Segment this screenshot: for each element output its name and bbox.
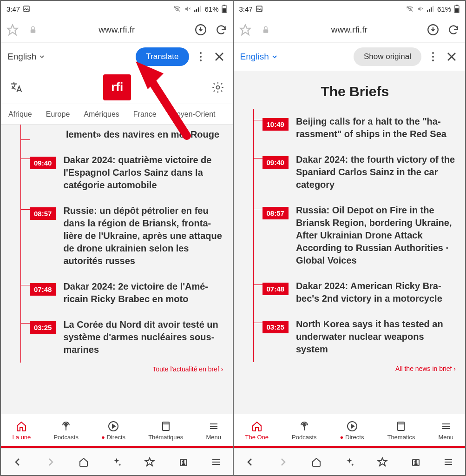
rfi-logo[interactable]: rfi <box>103 74 131 100</box>
browser-bottom-bar: 1 <box>234 448 466 475</box>
settings-gear-icon[interactable] <box>211 81 224 94</box>
nav-directs[interactable]: ● Directs <box>101 420 125 441</box>
news-item[interactable]: 10:49 Beijing calls for a halt to the "h… <box>253 109 463 147</box>
phone-right: 3:47 61% www.rfi.fr English Show origina… <box>234 1 466 475</box>
wifi-off-icon <box>406 6 414 12</box>
svg-rect-41 <box>433 6 433 12</box>
language-select[interactable]: English <box>7 52 45 62</box>
news-item[interactable]: 08:57 Russia: Oil Depot on Fire in the B… <box>253 198 463 273</box>
nav-podcasts[interactable]: Podcasts <box>53 420 78 441</box>
menu-icon <box>208 421 219 432</box>
tab-afrique[interactable]: Afrique <box>8 110 32 119</box>
more-link[interactable]: All the news in brief › <box>248 362 463 372</box>
news-item[interactable]: 03:25 La Corée du Nord dit avoir testé u… <box>20 312 230 363</box>
menu-icon <box>440 421 452 432</box>
back-icon[interactable] <box>243 455 257 469</box>
more-link[interactable]: Toute l'actualité en bref › <box>15 363 230 373</box>
nav-thematiques[interactable]: Thématiques <box>148 420 183 441</box>
home-icon[interactable] <box>309 455 323 469</box>
nav-podcasts[interactable]: Podcasts <box>292 420 316 441</box>
volume-off-icon <box>417 6 424 12</box>
news-item[interactable]: 07:48 Dakar 2024: American Ricky Bra­bec… <box>253 273 463 311</box>
category-tabs[interactable]: Afrique Europe Amériques France Moyen-Or… <box>1 104 233 125</box>
language-select[interactable]: English <box>240 52 277 62</box>
news-item[interactable]: 09:40 Dakar 2024: the fourth victory of … <box>253 147 463 198</box>
reload-icon[interactable] <box>446 23 460 37</box>
home-icon <box>251 421 263 432</box>
back-icon[interactable] <box>11 455 25 469</box>
show-original-button[interactable]: Show original <box>354 47 421 66</box>
tab-ameriques[interactable]: Amériques <box>84 110 119 119</box>
headline: Dakar 2024: quatrième victoire de l'Espa… <box>63 154 225 192</box>
time-badge: 03:25 <box>263 321 289 333</box>
battery-icon <box>222 5 227 13</box>
news-item[interactable]: 08:57 Russie: un dépôt pétrolier en feu … <box>20 198 230 274</box>
sparkle-icon[interactable] <box>110 455 124 469</box>
tab-france[interactable]: France <box>133 110 157 119</box>
bookmark-star-icon[interactable] <box>238 23 252 37</box>
svg-point-53 <box>303 424 305 426</box>
time-badge: 07:48 <box>30 283 56 296</box>
app-bottom-nav: La une Podcasts ● Directs Thématiques Me… <box>1 414 233 446</box>
news-content[interactable]: The Briefs 10:49 Beijing calls for a hal… <box>234 71 466 414</box>
url-text[interactable]: www.rfi.fr <box>279 25 420 35</box>
hamburger-icon[interactable] <box>441 455 455 469</box>
svg-rect-40 <box>431 7 432 12</box>
svg-rect-55 <box>398 422 404 430</box>
more-options-icon[interactable] <box>194 52 208 62</box>
url-text[interactable]: www.rfi.fr <box>46 25 187 35</box>
sparkle-icon[interactable] <box>342 455 356 469</box>
forward-icon[interactable] <box>276 455 290 469</box>
tab-moyen-orient[interactable]: Moyen-Orient <box>171 110 216 119</box>
translate-bar: English Show original <box>234 43 466 71</box>
close-icon[interactable] <box>445 52 459 62</box>
news-content[interactable]: lement» des navires en mer Rouge 09:40 D… <box>1 125 233 414</box>
news-item[interactable]: 09:40 Dakar 2024: quatrième victoire de … <box>20 147 230 198</box>
headline: Russia: Oil Depot on Fire in the Briansk… <box>296 204 458 267</box>
bookmark-icon[interactable] <box>375 455 389 469</box>
forward-icon[interactable] <box>44 455 58 469</box>
nav-menu[interactable]: Menu <box>206 420 221 441</box>
nav-the-one[interactable]: The One <box>245 420 269 441</box>
nav-thematics[interactable]: Thematics <box>387 420 415 441</box>
download-icon[interactable] <box>426 23 440 37</box>
reload-icon[interactable] <box>214 23 228 37</box>
nav-menu[interactable]: Menu <box>438 420 453 441</box>
browser-url-bar: www.rfi.fr <box>1 17 233 43</box>
home-icon[interactable] <box>77 455 91 469</box>
close-icon[interactable] <box>212 52 226 62</box>
status-bar: 3:47 61% <box>234 1 466 17</box>
svg-point-49 <box>432 56 434 58</box>
svg-rect-46 <box>263 29 268 33</box>
news-item[interactable]: 03:25 North Korea says it has tested an … <box>253 311 463 362</box>
tabs-icon[interactable]: 1 <box>408 455 422 469</box>
more-options-icon[interactable] <box>426 52 440 62</box>
chevron-down-icon <box>39 54 45 60</box>
signal-icon <box>194 6 202 12</box>
headline: lement» des navires en mer Rouge <box>66 128 225 141</box>
svg-rect-22 <box>163 422 169 430</box>
svg-rect-44 <box>455 8 459 13</box>
lock-icon <box>26 23 40 37</box>
bookmark-star-icon[interactable] <box>6 23 20 37</box>
section-title: The Briefs <box>248 71 463 109</box>
translate-button[interactable]: Translate <box>136 47 189 66</box>
headline: Russie: un dépôt pétrolier en feu dans l… <box>63 205 225 267</box>
svg-marker-11 <box>7 25 18 35</box>
svg-rect-38 <box>427 10 428 12</box>
download-icon[interactable] <box>194 23 208 37</box>
hamburger-icon[interactable] <box>209 455 223 469</box>
news-item[interactable]: lement» des navires en mer Rouge <box>20 128 230 147</box>
nav-la-une[interactable]: La une <box>13 420 31 441</box>
headline: Dakar 2024: the fourth victory of the Sp… <box>296 153 458 191</box>
bookmark-icon[interactable] <box>143 455 157 469</box>
battery-icon <box>454 5 459 13</box>
nav-directs[interactable]: ● Directs <box>340 420 364 441</box>
news-item[interactable]: 07:48 Dakar 2024: 2e victoire de l'Amé­r… <box>20 274 230 312</box>
svg-marker-27 <box>145 458 154 466</box>
translate-toggle-icon[interactable] <box>9 80 23 94</box>
tab-europe[interactable]: Europe <box>46 110 70 119</box>
headline: North Korea says it has tested an underw… <box>296 318 458 356</box>
tabs-icon[interactable]: 1 <box>176 455 190 469</box>
svg-point-16 <box>200 60 202 61</box>
